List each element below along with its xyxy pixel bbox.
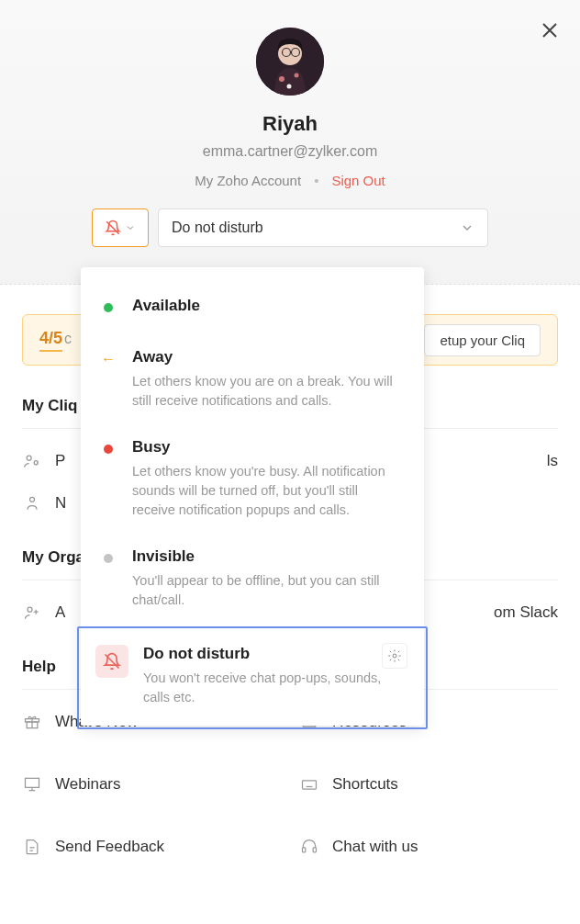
status-dot-available bbox=[101, 300, 116, 315]
dnd-settings-button[interactable] bbox=[382, 643, 407, 669]
dnd-icon-box bbox=[95, 645, 128, 678]
person-plus-icon bbox=[22, 603, 42, 623]
document-edit-icon bbox=[22, 837, 42, 857]
svg-point-10 bbox=[30, 497, 35, 501]
setup-cliq-button[interactable]: etup your Cliq bbox=[424, 324, 541, 356]
bell-slash-icon bbox=[105, 220, 121, 236]
menu-item-label: N bbox=[55, 494, 66, 513]
svg-point-11 bbox=[28, 607, 32, 612]
away-arrow-icon: ← bbox=[101, 352, 116, 366]
status-option-label: Away bbox=[132, 348, 404, 366]
menu-item-label: A bbox=[55, 603, 65, 622]
status-dot-invisible bbox=[101, 551, 116, 566]
status-controls: Do not disturb bbox=[18, 208, 562, 247]
status-option-desc: Let others know you're busy. All notific… bbox=[132, 462, 404, 520]
menu-item-label-right: om Slack bbox=[494, 603, 558, 622]
help-shortcuts[interactable]: Shortcuts bbox=[299, 767, 558, 802]
svg-rect-20 bbox=[26, 778, 39, 787]
chevron-down-icon bbox=[460, 220, 474, 235]
close-icon bbox=[541, 22, 558, 39]
menu-item-label: Chat with us bbox=[332, 838, 418, 856]
keyboard-icon bbox=[299, 774, 319, 794]
status-option-desc: You'll appear to be offline, but you can… bbox=[132, 571, 404, 610]
headset-icon bbox=[299, 837, 319, 857]
status-option-invisible[interactable]: Invisible You'll appear to be offline, b… bbox=[81, 536, 424, 626]
svg-point-6 bbox=[287, 85, 292, 89]
svg-point-8 bbox=[27, 456, 31, 460]
status-option-desc: Let others know you are on a break. You … bbox=[132, 372, 404, 411]
menu-item-label: Shortcuts bbox=[332, 775, 398, 794]
status-option-busy[interactable]: Busy Let others know you're busy. All no… bbox=[81, 427, 424, 536]
svg-rect-30 bbox=[303, 848, 306, 852]
chevron-down-icon bbox=[125, 222, 136, 233]
profile-modal: Riyah emma.cartner@zylker.com My Zoho Ac… bbox=[0, 0, 580, 924]
status-dropdown: Available ← Away Let others know you are… bbox=[81, 267, 424, 726]
my-account-link[interactable]: My Zoho Account bbox=[195, 173, 301, 188]
status-option-label: Invisible bbox=[132, 547, 404, 566]
profile-header: Riyah emma.cartner@zylker.com My Zoho Ac… bbox=[0, 0, 580, 285]
separator-dot: • bbox=[314, 173, 318, 188]
status-dot-busy bbox=[101, 442, 116, 456]
status-icon-button[interactable] bbox=[92, 208, 149, 247]
presentation-icon bbox=[22, 774, 42, 794]
account-links-row: My Zoho Account • Sign Out bbox=[18, 173, 562, 188]
help-chat[interactable]: Chat with us bbox=[299, 829, 558, 864]
svg-rect-31 bbox=[313, 848, 316, 852]
svg-point-33 bbox=[393, 654, 396, 658]
status-option-label: Available bbox=[132, 297, 404, 315]
menu-item-label-right: ls bbox=[547, 452, 558, 470]
setup-progress-count: 4/5 bbox=[39, 329, 62, 352]
status-option-label: Do not disturb bbox=[143, 645, 406, 663]
gear-icon bbox=[387, 648, 402, 663]
avatar[interactable] bbox=[256, 28, 324, 96]
status-option-available[interactable]: Available bbox=[81, 286, 424, 337]
user-email: emma.cartner@zylker.com bbox=[18, 143, 562, 160]
status-option-desc: You won't receive chat pop-ups, sounds, … bbox=[143, 669, 406, 707]
status-option-label: Busy bbox=[132, 438, 404, 456]
user-name: Riyah bbox=[18, 112, 562, 136]
menu-item-label: P bbox=[55, 452, 65, 470]
help-webinars[interactable]: Webinars bbox=[22, 767, 281, 802]
menu-item-label: Send Feedback bbox=[55, 838, 164, 856]
svg-rect-23 bbox=[303, 781, 317, 789]
people-gear-icon bbox=[22, 451, 42, 471]
status-select-label: Do not disturb bbox=[172, 220, 263, 236]
sign-out-link[interactable]: Sign Out bbox=[331, 173, 385, 188]
help-feedback[interactable]: Send Feedback bbox=[22, 829, 281, 864]
svg-point-4 bbox=[279, 76, 284, 82]
status-select[interactable]: Do not disturb bbox=[158, 208, 488, 247]
svg-point-5 bbox=[295, 73, 299, 78]
gift-icon bbox=[22, 712, 42, 732]
close-button[interactable] bbox=[541, 18, 558, 44]
status-option-away[interactable]: ← Away Let others know you are on a brea… bbox=[81, 337, 424, 427]
status-option-dnd[interactable]: Do not disturb You won't receive chat po… bbox=[77, 626, 428, 729]
bell-slash-icon bbox=[103, 652, 121, 670]
setup-progress-text: c bbox=[64, 331, 72, 347]
person-icon bbox=[22, 493, 42, 513]
menu-item-label: Webinars bbox=[55, 775, 121, 794]
